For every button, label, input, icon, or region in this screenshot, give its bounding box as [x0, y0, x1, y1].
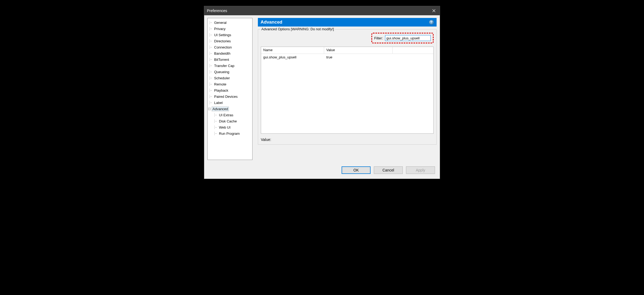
tree-item-label[interactable]: ┊┄Label — [209, 100, 251, 106]
tree-item-directories[interactable]: ┊┄Directories — [209, 38, 251, 44]
tree-item-ui-settings[interactable]: ┊┄UI Settings — [209, 32, 251, 38]
tree-item-playback[interactable]: ┊┄Playback — [209, 87, 251, 94]
tree-item-web-ui[interactable]: ┊┄Web UI — [209, 124, 251, 130]
table-row[interactable]: gui.show_plus_upsell true — [261, 54, 433, 60]
tree-item-connection[interactable]: ┊┄Connection — [209, 44, 251, 50]
cancel-button[interactable]: Cancel — [374, 166, 403, 174]
options-table[interactable]: Name Value gui.show_plus_upsell true — [261, 47, 434, 134]
window-title: Preferences — [207, 9, 431, 13]
ok-button[interactable]: OK — [342, 166, 371, 174]
dialog-body: ┊┄General ┊┄Privacy ┊┄UI Settings ┊┄Dire… — [204, 15, 440, 163]
tree-item-queueing[interactable]: ┊┄Queueing — [209, 69, 251, 75]
filter-input[interactable] — [385, 35, 431, 41]
tree-item-scheduler[interactable]: ┊┄Scheduler — [209, 75, 251, 81]
apply-button: Apply — [406, 166, 435, 174]
tree-item-general[interactable]: ┊┄General — [209, 20, 251, 26]
value-label: Value: — [261, 137, 271, 142]
filter-highlight: Filter: — [371, 33, 434, 43]
cell-name: gui.show_plus_upsell — [261, 55, 324, 60]
filter-row: Filter: — [261, 33, 434, 43]
filter-label: Filter: — [374, 36, 383, 40]
table-body: gui.show_plus_upsell true — [261, 54, 433, 60]
tree-item-advanced[interactable]: − Advanced — [209, 106, 251, 112]
panel-title: Advanced — [261, 20, 282, 25]
tree-item-bittorrent[interactable]: ┊┄BitTorrent — [209, 57, 251, 63]
collapse-icon[interactable]: − — [208, 108, 211, 110]
groupbox-legend: Advanced Options [WARNING: Do not modify… — [260, 27, 335, 31]
preferences-window: Preferences ┊┄General ┊┄Privacy ┊┄UI Set… — [204, 6, 440, 179]
column-value[interactable]: Value — [324, 47, 393, 54]
tree-item-disk-cache[interactable]: ┊┄Disk Cache — [209, 118, 251, 124]
column-blank — [393, 47, 433, 54]
tree-item-ui-extras[interactable]: ┊┄UI Extras — [209, 112, 251, 118]
advanced-options-group: Advanced Options [WARNING: Do not modify… — [258, 29, 437, 145]
value-row: Value: — [261, 137, 434, 142]
tree-item-transfer-cap[interactable]: ┊┄Transfer Cap — [209, 63, 251, 69]
table-header: Name Value — [261, 47, 433, 54]
cell-value: true — [324, 55, 393, 60]
category-tree[interactable]: ┊┄General ┊┄Privacy ┊┄UI Settings ┊┄Dire… — [207, 18, 253, 160]
tree-item-privacy[interactable]: ┊┄Privacy — [209, 26, 251, 32]
main-panel: Advanced ? Advanced Options [WARNING: Do… — [258, 18, 437, 160]
titlebar: Preferences — [204, 6, 440, 15]
tree-item-paired-devices[interactable]: ┊┄Paired Devices — [209, 94, 251, 100]
help-icon[interactable]: ? — [429, 20, 434, 25]
close-icon[interactable] — [431, 8, 437, 14]
panel-header: Advanced ? — [258, 18, 437, 27]
column-name[interactable]: Name — [261, 47, 324, 54]
tree-item-remote[interactable]: ┊┄Remote — [209, 81, 251, 87]
tree-item-bandwidth[interactable]: ┊┄Bandwidth — [209, 50, 251, 57]
tree-item-run-program[interactable]: ┊┄Run Program — [209, 130, 251, 137]
button-row: OK Cancel Apply — [204, 163, 440, 179]
